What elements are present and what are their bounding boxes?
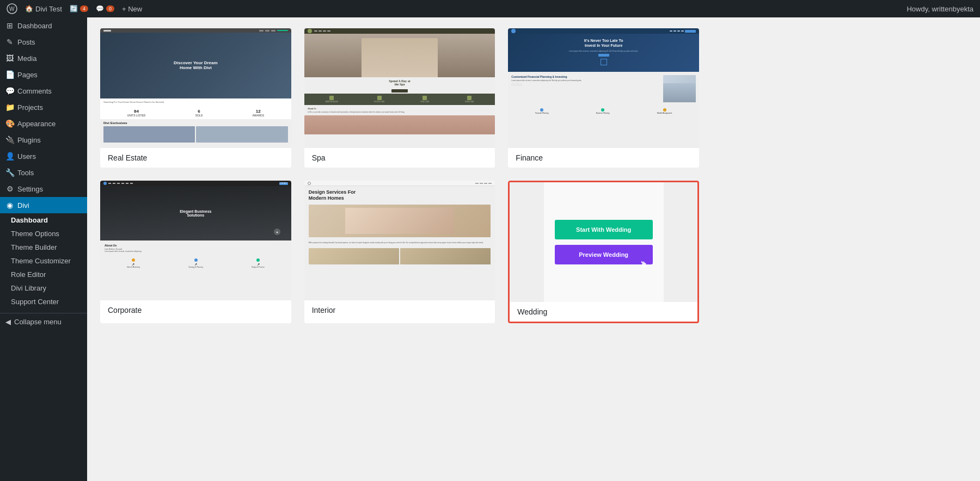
template-name-spa: Spa [304,148,495,168]
submenu-item-dashboard[interactable]: Dashboard [0,213,87,227]
settings-icon: ⚙ [5,184,14,193]
sidebar-item-pages[interactable]: 📄 Pages [0,66,87,83]
template-card-wedding[interactable]: Start With Wedding Preview Wedding 🖱 Wed… [508,181,699,323]
template-preview-finance: It's Never Too Late ToInvest In Your Fut… [508,28,699,148]
template-preview-interior: Design Services ForModern Homes With a p… [304,181,495,300]
submenu-item-divi-library[interactable]: Divi Library [0,281,87,295]
cursor-icon: 🖱 [640,260,647,269]
template-card-corporate[interactable]: CONTACT Elegant BusinessSolutions About … [100,181,291,323]
comments-icon: 💬 [5,87,14,95]
collapse-menu-button[interactable]: ◀ Collapse menu [0,313,87,330]
admin-bar: W 🏠 Divi Test 🔄 4 💬 0 + New Howdy, writt… [0,0,980,17]
template-card-real-estate[interactable]: Discover Your DreamHome With Divi Search… [100,28,291,168]
tools-icon: 🔧 [5,168,14,177]
site-name-link[interactable]: 🏠 Divi Test [25,5,62,13]
appearance-icon: 🎨 [5,119,14,128]
sidebar: ⊞ Dashboard ✎ Posts 🖼 Media 📄 Pages 💬 Co… [0,17,87,481]
new-content-link[interactable]: + New [122,5,142,13]
sidebar-item-comments[interactable]: 💬 Comments [0,83,87,99]
divi-submenu: Dashboard Theme Options Theme Builder Th… [0,213,87,309]
comments-link[interactable]: 💬 0 [96,5,114,13]
plugins-icon: 🔌 [5,135,14,144]
template-name-corporate: Corporate [100,300,291,320]
sidebar-item-projects[interactable]: 📁 Projects [0,99,87,115]
projects-icon: 📁 [5,103,14,112]
template-name-interior: Interior [304,300,495,320]
dashboard-icon: ⊞ [5,21,14,30]
submenu-item-theme-builder[interactable]: Theme Builder [0,240,87,254]
wp-logo-link[interactable]: W [7,3,17,14]
sidebar-item-posts[interactable]: ✎ Posts [0,34,87,50]
template-preview-real-estate: Discover Your DreamHome With Divi Search… [100,28,291,148]
template-preview-corporate: CONTACT Elegant BusinessSolutions About … [100,181,291,300]
content-area: Discover Your DreamHome With Divi Search… [87,17,980,481]
template-card-interior[interactable]: Design Services ForModern Homes With a p… [304,181,495,323]
sidebar-item-media[interactable]: 🖼 Media [0,50,87,66]
sidebar-item-settings[interactable]: ⚙ Settings [0,181,87,197]
sidebar-item-plugins[interactable]: 🔌 Plugins [0,132,87,148]
updates-link[interactable]: 🔄 4 [70,5,88,13]
template-preview-wedding: Start With Wedding Preview Wedding 🖱 [510,182,697,302]
submenu-item-support-center[interactable]: Support Center [0,295,87,309]
howdy-user-link[interactable]: Howdy, writtenbyekta [906,5,973,13]
svg-text:W: W [9,6,15,12]
template-card-spa[interactable]: Spend A Day atthe Spa BODY MASSAGE FACIA… [304,28,495,168]
start-with-wedding-button[interactable]: Start With Wedding [555,220,653,239]
sidebar-item-dashboard[interactable]: ⊞ Dashboard [0,17,87,34]
template-preview-spa: Spend A Day atthe Spa BODY MASSAGE FACIA… [304,28,495,148]
comments-icon: 💬 [96,5,104,13]
template-name-wedding: Wedding [510,302,697,322]
sidebar-item-divi[interactable]: ◉ Divi [0,197,87,213]
template-card-finance[interactable]: It's Never Too Late ToInvest In Your Fut… [508,28,699,168]
sidebar-item-appearance[interactable]: 🎨 Appearance [0,115,87,132]
template-name-real-estate: Real Estate [100,148,291,168]
sidebar-item-users[interactable]: 👤 Users [0,148,87,164]
submenu-item-role-editor[interactable]: Role Editor [0,268,87,281]
sidebar-item-tools[interactable]: 🔧 Tools [0,164,87,181]
pages-icon: 📄 [5,70,14,79]
submenu-item-theme-customizer[interactable]: Theme Customizer [0,254,87,268]
collapse-icon: ◀ [5,318,11,326]
site-icon: 🏠 [25,5,33,13]
posts-icon: ✎ [5,38,14,46]
template-name-finance: Finance [508,148,699,168]
updates-icon: 🔄 [70,5,78,13]
preview-wedding-button[interactable]: Preview Wedding 🖱 [555,245,653,264]
media-icon: 🖼 [5,54,14,63]
template-grid: Discover Your DreamHome With Divi Search… [100,28,699,323]
users-icon: 👤 [5,152,14,161]
submenu-item-theme-options[interactable]: Theme Options [0,227,87,240]
divi-icon: ◉ [5,201,14,209]
